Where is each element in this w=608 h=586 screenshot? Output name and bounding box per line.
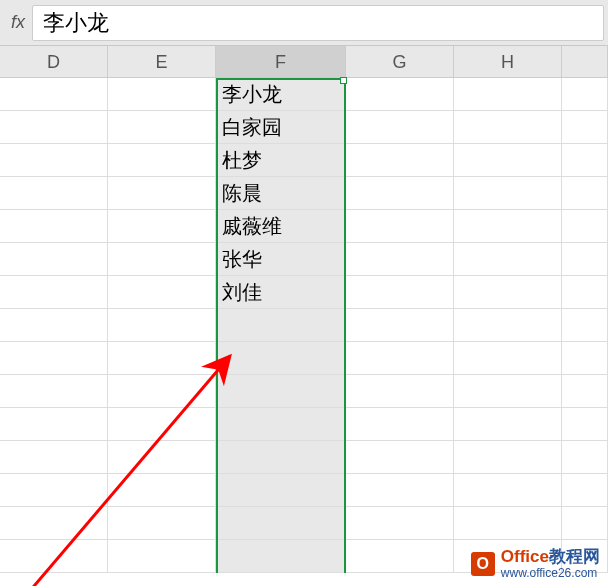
cell[interactable] <box>562 243 608 276</box>
cell[interactable] <box>346 78 454 111</box>
cell[interactable] <box>454 375 562 408</box>
cell[interactable] <box>0 309 108 342</box>
cell[interactable] <box>454 243 562 276</box>
column-header-extra[interactable] <box>562 46 608 77</box>
table-row: 刘佳 <box>0 276 608 309</box>
cell[interactable] <box>108 375 216 408</box>
cell[interactable] <box>562 342 608 375</box>
cell[interactable] <box>108 144 216 177</box>
cell[interactable] <box>346 177 454 210</box>
cell[interactable] <box>108 210 216 243</box>
cell[interactable] <box>0 375 108 408</box>
cell[interactable] <box>562 144 608 177</box>
cell[interactable]: 陈晨 <box>216 177 346 210</box>
cell[interactable] <box>562 309 608 342</box>
cell[interactable]: 戚薇维 <box>216 210 346 243</box>
cell[interactable] <box>454 111 562 144</box>
cell[interactable] <box>454 144 562 177</box>
cell[interactable]: 李小龙 <box>216 78 346 111</box>
cell[interactable] <box>216 408 346 441</box>
cell[interactable] <box>454 408 562 441</box>
cell[interactable] <box>108 540 216 573</box>
cell[interactable]: 张华 <box>216 243 346 276</box>
cell[interactable] <box>0 78 108 111</box>
cell[interactable] <box>454 507 562 540</box>
cell[interactable] <box>454 474 562 507</box>
cell[interactable] <box>562 276 608 309</box>
cell[interactable] <box>562 78 608 111</box>
cell[interactable] <box>108 474 216 507</box>
cell[interactable] <box>346 276 454 309</box>
cell[interactable] <box>216 540 346 573</box>
cell[interactable] <box>108 408 216 441</box>
cell[interactable] <box>346 243 454 276</box>
cell[interactable] <box>346 474 454 507</box>
column-header-G[interactable]: G <box>346 46 454 77</box>
cell[interactable] <box>454 309 562 342</box>
cell[interactable] <box>346 111 454 144</box>
cell[interactable] <box>108 111 216 144</box>
column-header-D[interactable]: D <box>0 46 108 77</box>
cell[interactable] <box>108 441 216 474</box>
cell[interactable] <box>346 507 454 540</box>
cell[interactable] <box>454 177 562 210</box>
cell[interactable] <box>346 342 454 375</box>
cell[interactable] <box>0 342 108 375</box>
cell[interactable] <box>108 309 216 342</box>
cell[interactable] <box>454 210 562 243</box>
cell[interactable] <box>108 78 216 111</box>
cell[interactable] <box>0 441 108 474</box>
cell[interactable] <box>562 441 608 474</box>
cell[interactable] <box>562 408 608 441</box>
cell[interactable] <box>108 342 216 375</box>
cell[interactable] <box>108 177 216 210</box>
cell[interactable] <box>454 342 562 375</box>
cell[interactable] <box>0 210 108 243</box>
cell[interactable] <box>0 540 108 573</box>
column-header-H[interactable]: H <box>454 46 562 77</box>
cell[interactable] <box>454 78 562 111</box>
cell[interactable] <box>0 111 108 144</box>
cell[interactable] <box>108 243 216 276</box>
cell[interactable] <box>346 309 454 342</box>
cell[interactable] <box>216 441 346 474</box>
cell[interactable] <box>216 507 346 540</box>
watermark-title: Office教程网 <box>501 548 600 567</box>
cell[interactable] <box>346 441 454 474</box>
cell[interactable] <box>0 408 108 441</box>
cell[interactable] <box>216 474 346 507</box>
cell[interactable] <box>0 507 108 540</box>
cell[interactable] <box>108 276 216 309</box>
cell[interactable] <box>346 540 454 573</box>
cell[interactable]: 杜梦 <box>216 144 346 177</box>
cell[interactable] <box>346 144 454 177</box>
cell[interactable] <box>346 210 454 243</box>
cell[interactable] <box>108 507 216 540</box>
column-header-F[interactable]: F <box>216 46 346 77</box>
cell[interactable] <box>562 177 608 210</box>
cell[interactable] <box>454 441 562 474</box>
cell[interactable] <box>562 474 608 507</box>
spreadsheet-grid: DEFGH 李小龙白家园杜梦陈晨戚薇维张华刘佳 O Office教程网 www.… <box>0 46 608 586</box>
rows-container: 李小龙白家园杜梦陈晨戚薇维张华刘佳 <box>0 78 608 573</box>
cell[interactable]: 白家园 <box>216 111 346 144</box>
cell[interactable] <box>0 144 108 177</box>
cell[interactable] <box>0 243 108 276</box>
fx-icon[interactable]: fx <box>4 12 32 33</box>
cell[interactable] <box>346 375 454 408</box>
cell[interactable] <box>346 408 454 441</box>
cell[interactable] <box>562 111 608 144</box>
cell[interactable] <box>454 276 562 309</box>
cell[interactable] <box>216 375 346 408</box>
cell[interactable] <box>562 210 608 243</box>
column-header-E[interactable]: E <box>108 46 216 77</box>
cell[interactable] <box>0 276 108 309</box>
cell[interactable] <box>216 342 346 375</box>
cell[interactable]: 刘佳 <box>216 276 346 309</box>
cell[interactable] <box>216 309 346 342</box>
cell[interactable] <box>562 375 608 408</box>
cell[interactable] <box>562 507 608 540</box>
cell[interactable] <box>0 474 108 507</box>
cell[interactable] <box>0 177 108 210</box>
formula-input[interactable]: 李小龙 <box>32 5 604 41</box>
